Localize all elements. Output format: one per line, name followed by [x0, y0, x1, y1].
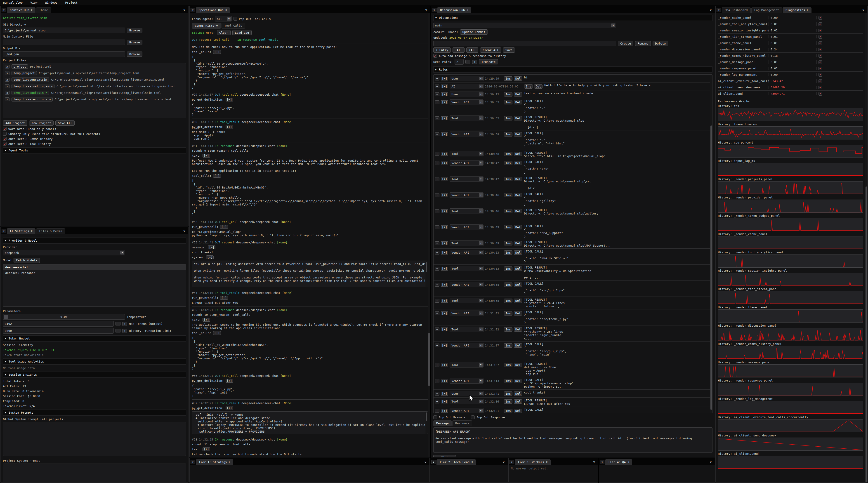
close-icon[interactable]: X: [225, 8, 227, 12]
metric-checkbox[interactable]: ✔: [818, 67, 822, 70]
checkbox[interactable]: ✔: [3, 137, 6, 140]
ins-button[interactable]: Ins: [504, 132, 512, 136]
tab-operations-hub[interactable]: Operations HubX: [196, 7, 230, 13]
output-dir-input[interactable]: ./md_gen: [3, 51, 125, 57]
window-close-icon[interactable]: X: [862, 8, 866, 13]
role-combo[interactable]: Tool▼: [450, 208, 484, 214]
expand-button[interactable]: [+]: [213, 331, 221, 335]
scroll-thumb[interactable]: [426, 262, 427, 272]
remove-file-button[interactable]: x: [5, 78, 9, 82]
add-entry-button[interactable]: +: [435, 312, 439, 315]
tab-files-media[interactable]: Files & Media: [36, 228, 65, 234]
max-tokens-minus-button[interactable]: -: [116, 322, 121, 326]
del-button[interactable]: Del: [514, 76, 522, 81]
role-combo[interactable]: Vendor API▼: [450, 132, 484, 137]
add-entry-button[interactable]: +: [435, 152, 439, 156]
add-entry-button[interactable]: +: [435, 267, 439, 270]
expand-entry-button[interactable]: [+]: [441, 399, 448, 404]
rename-button[interactable]: Rename: [635, 41, 651, 46]
ins-button[interactable]: Ins: [504, 391, 512, 396]
expand-entry-button[interactable]: [+]: [441, 85, 448, 88]
load-log-button[interactable]: Load Log: [232, 30, 252, 35]
ins-button[interactable]: Ins: [504, 343, 512, 348]
collapse-icon[interactable]: ▼: [431, 460, 436, 464]
discussion-name-input[interactable]: [433, 41, 616, 46]
del-button[interactable]: Del: [514, 132, 522, 136]
message-textarea[interactable]: [DEEPSEEK API ERROR] An assistant messag…: [433, 427, 712, 453]
role-combo[interactable]: Vendor API▼: [450, 311, 484, 316]
ins-button[interactable]: Ins: [504, 298, 512, 303]
expand-entry-button[interactable]: [+]: [441, 283, 448, 287]
window-close-icon[interactable]: X: [183, 230, 187, 234]
role-combo[interactable]: Vendor API▼: [450, 224, 484, 230]
expand-button[interactable]: [+]: [213, 50, 221, 54]
del-button[interactable]: Del: [514, 241, 522, 246]
remove-file-button[interactable]: x: [5, 84, 9, 88]
role-combo[interactable]: Tool▼: [450, 240, 484, 246]
close-icon[interactable]: X: [627, 461, 629, 464]
expand-entry-button[interactable]: [+]: [441, 392, 448, 395]
global-prompt-textarea[interactable]: [3, 422, 186, 456]
del-button[interactable]: Del: [514, 343, 522, 348]
window-close-icon[interactable]: X: [710, 461, 714, 465]
role-combo[interactable]: AI▼: [450, 84, 484, 89]
role-combo[interactable]: User▼: [450, 76, 484, 81]
role-combo[interactable]: Tool▼: [450, 176, 484, 182]
expand-button[interactable]: [+]: [203, 154, 210, 158]
close-icon[interactable]: X: [31, 8, 33, 12]
add-entry-button[interactable]: +: [435, 242, 439, 245]
agent-tools-header[interactable]: ▶Agent Tools: [3, 148, 186, 154]
expand-entry-button[interactable]: [+]: [441, 267, 448, 270]
expand-button[interactable]: [+]: [213, 174, 221, 178]
metric-checkbox[interactable]: ✔: [818, 16, 822, 20]
del-button[interactable]: Del: [514, 327, 522, 331]
popout-toolcalls-checkbox[interactable]: [234, 17, 237, 21]
project-file-badge[interactable]: temp_livetoolssim *: [11, 91, 49, 95]
del-button[interactable]: Del: [514, 298, 522, 303]
checkbox[interactable]: [3, 132, 6, 136]
role-combo[interactable]: Vendor API▼: [450, 192, 484, 198]
ins-button[interactable]: Ins: [504, 241, 512, 246]
temperature-slider[interactable]: 0.00: [3, 314, 125, 320]
ins-button[interactable]: Ins: [504, 409, 512, 413]
save-button[interactable]: Save: [503, 47, 515, 53]
window-close-icon[interactable]: X: [710, 8, 714, 13]
provider-model-header[interactable]: ▼Provider & Model: [3, 237, 186, 244]
expand-entry-button[interactable]: [+]: [441, 92, 448, 96]
ins-button[interactable]: Ins: [524, 84, 532, 89]
add-entry-button[interactable]: +: [435, 161, 439, 165]
expand-entry-button[interactable]: [+]: [441, 100, 448, 104]
roles-header[interactable]: ▶Roles: [433, 66, 712, 72]
close-icon[interactable]: X: [471, 461, 473, 464]
update-commit-button[interactable]: Update Commit: [460, 29, 488, 35]
box-scrollbar[interactable]: [425, 412, 428, 434]
role-combo[interactable]: Tool▼: [450, 266, 484, 271]
collapse-icon[interactable]: ▼: [2, 8, 6, 12]
add-entry-button[interactable]: +: [435, 399, 439, 404]
expand-entry-button[interactable]: [+]: [441, 161, 448, 165]
tab-tool-calls[interactable]: Tool Calls: [221, 23, 245, 29]
tab-log-management[interactable]: Log Management: [751, 7, 782, 13]
expand-button[interactable]: [+]: [206, 255, 214, 259]
del-button[interactable]: Del: [514, 399, 522, 404]
main-context-browse-button[interactable]: Browse: [127, 40, 143, 45]
del-button[interactable]: Del: [514, 92, 522, 97]
project-file-badge[interactable]: temp_liveaisettingssim: [11, 84, 55, 88]
del-button[interactable]: Del: [514, 283, 522, 287]
metric-checkbox[interactable]: ✔: [818, 79, 822, 83]
add-entry-button[interactable]: +: [435, 379, 439, 383]
tab-message[interactable]: Message: [433, 420, 452, 426]
add-project-button[interactable]: Add Project: [3, 121, 27, 126]
window-close-icon[interactable]: X: [425, 8, 429, 13]
project-file-badge[interactable]: temp_liveexecutionsim: [11, 97, 53, 101]
window-close-icon[interactable]: X: [425, 461, 429, 465]
tool-usage-header[interactable]: ▼Tool Usage Analytics: [3, 358, 186, 364]
del-button[interactable]: Del: [514, 225, 522, 229]
ins-button[interactable]: Ins: [504, 209, 512, 213]
add-entry-button[interactable]: +: [435, 85, 439, 88]
add-entry-button[interactable]: +: [435, 209, 439, 213]
del-button[interactable]: Del: [514, 379, 522, 383]
role-combo[interactable]: Tool▼: [450, 399, 484, 404]
box-scrollbar[interactable]: [425, 261, 428, 287]
main-context-file-input[interactable]: [3, 39, 125, 45]
